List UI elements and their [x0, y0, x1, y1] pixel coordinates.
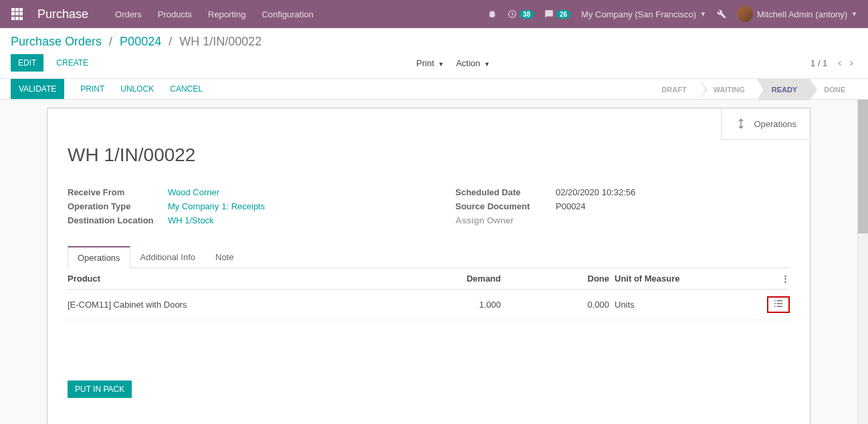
nav-orders[interactable]: Orders — [115, 9, 142, 19]
cell-done: 0.000 — [501, 290, 609, 320]
source-doc-label: Source Document — [455, 201, 556, 211]
print-button[interactable]: PRINT — [80, 84, 104, 94]
bug-icon[interactable] — [487, 9, 497, 19]
breadcrumb: Purchase Orders / P00024 / WH 1/IN/00022 — [11, 35, 261, 49]
nav-reporting[interactable]: Reporting — [208, 9, 245, 19]
th-demand: Demand — [393, 268, 501, 290]
operations-table: Product Demand Done Unit of Measure ⋮ [E… — [68, 268, 790, 320]
company-name: My Company (San Francisco) — [581, 9, 696, 19]
print-dropdown[interactable]: Print ▼ — [417, 58, 444, 68]
activity-icon[interactable]: 38 — [508, 9, 534, 19]
status-bar: VALIDATE PRINT UNLOCK CANCEL DRAFT WAITI… — [0, 78, 868, 100]
action-dropdown[interactable]: Action ▼ — [456, 58, 490, 68]
chevron-down-icon: ▼ — [438, 61, 444, 68]
th-done: Done — [501, 268, 609, 290]
top-navbar: Purchase Orders Products Reporting Confi… — [0, 0, 868, 28]
unlock-button[interactable]: UNLOCK — [120, 84, 154, 94]
company-switcher[interactable]: My Company (San Francisco) ▼ — [581, 9, 706, 19]
edit-button[interactable]: EDIT — [11, 54, 43, 72]
source-doc-value: P00024 — [556, 201, 586, 211]
user-menu[interactable]: Mitchell Admin (antony) ▼ — [737, 6, 857, 22]
scrollbar[interactable] — [857, 100, 868, 424]
destination-label: Destination Location — [68, 215, 168, 225]
validate-button[interactable]: VALIDATE — [11, 79, 64, 99]
tab-additional-info[interactable]: Additional Info — [130, 246, 205, 268]
kebab-icon[interactable]: ⋮ — [781, 274, 790, 284]
pager-prev[interactable]: ‹ — [834, 54, 845, 72]
cell-product: [E-COM11] Cabinet with Doors — [68, 290, 393, 320]
scheduled-date-value: 02/20/2020 10:32:56 — [556, 187, 635, 197]
cell-demand: 1.000 — [393, 290, 501, 320]
detail-operations-button[interactable] — [767, 296, 790, 313]
scheduled-date-label: Scheduled Date — [455, 187, 556, 197]
list-icon — [774, 300, 783, 308]
activity-badge: 38 — [520, 10, 534, 19]
cell-uom: Units — [609, 290, 739, 320]
cancel-button[interactable]: CANCEL — [170, 84, 203, 94]
form-sheet: Operations WH 1/IN/00022 Receive From Wo… — [47, 108, 810, 424]
page-title: WH 1/IN/00022 — [68, 144, 790, 166]
settings-icon[interactable] — [717, 9, 726, 19]
table-row[interactable]: [E-COM11] Cabinet with Doors 1.000 0.000… — [68, 290, 790, 320]
chevron-down-icon: ▼ — [851, 11, 857, 17]
nav-products[interactable]: Products — [158, 9, 192, 19]
operation-type-label: Operation Type — [68, 201, 168, 211]
tab-operations[interactable]: Operations — [68, 246, 130, 268]
messages-icon[interactable]: 26 — [544, 9, 570, 19]
status-waiting[interactable]: WAITING — [699, 79, 757, 100]
breadcrumb-purchase-orders[interactable]: Purchase Orders — [11, 35, 102, 48]
chevron-down-icon: ▼ — [484, 61, 490, 68]
put-in-pack-button[interactable]: PUT IN PACK — [68, 381, 132, 398]
apps-icon[interactable] — [11, 7, 24, 21]
create-button[interactable]: CREATE — [49, 54, 96, 72]
receive-from-label: Receive From — [68, 187, 168, 197]
operations-stat-label: Operations — [754, 119, 796, 129]
th-product: Product — [68, 268, 393, 290]
operations-stat-button[interactable]: Operations — [722, 108, 810, 139]
pager-count: 1 / 1 — [810, 58, 827, 68]
nav-menu: Orders Products Reporting Configuration — [115, 9, 314, 19]
app-brand[interactable]: Purchase — [37, 7, 88, 21]
receive-from-value[interactable]: Wood Corner — [168, 187, 219, 197]
breadcrumb-p00024[interactable]: P00024 — [120, 35, 161, 48]
tab-note[interactable]: Note — [205, 246, 243, 268]
tabs: Operations Additional Info Note — [68, 245, 790, 268]
messages-badge: 26 — [556, 10, 570, 19]
operation-type-value[interactable]: My Company 1: Receipts — [168, 201, 265, 211]
transfer-icon — [735, 118, 747, 130]
scrollbar-thumb[interactable] — [858, 100, 868, 233]
user-name: Mitchell Admin (antony) — [757, 9, 847, 19]
nav-configuration[interactable]: Configuration — [261, 9, 313, 19]
control-panel: EDIT CREATE Print ▼ Action ▼ 1 / 1 ‹ › — [0, 49, 868, 78]
breadcrumb-current: WH 1/IN/00022 — [179, 35, 261, 48]
avatar — [737, 6, 753, 22]
destination-value[interactable]: WH 1/Stock — [168, 215, 214, 225]
pager-next[interactable]: › — [846, 54, 857, 72]
th-uom: Unit of Measure — [609, 268, 739, 290]
chevron-down-icon: ▼ — [700, 11, 706, 17]
assign-owner-label: Assign Owner — [455, 215, 556, 225]
status-draft[interactable]: DRAFT — [647, 79, 698, 100]
